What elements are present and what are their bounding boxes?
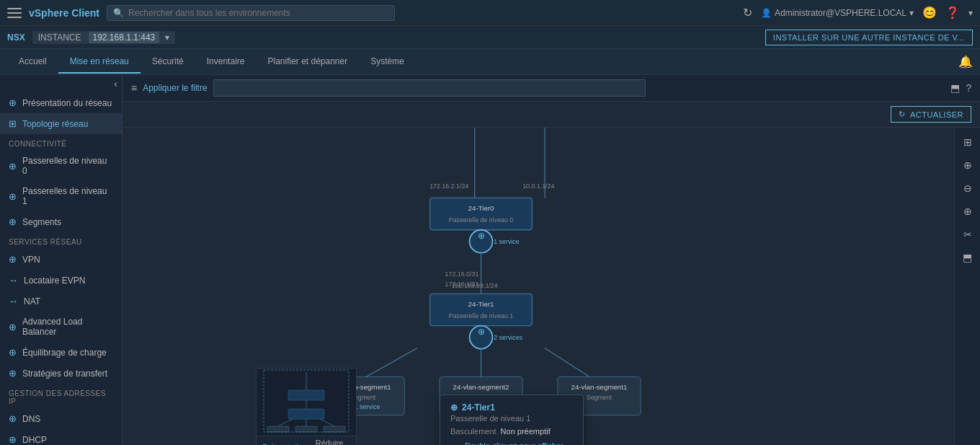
sidebar-label-dhcp: DHCP — [22, 435, 47, 445]
svg-line-7 — [545, 348, 589, 377]
sidebar-item-alb[interactable]: ⊕ Advanced Load Balancer — [0, 312, 122, 342]
sidebar-label-lb: Équilibrage de charge — [22, 348, 107, 358]
subnet-label-1: 172.16.0/31 — [445, 270, 479, 278]
main-layout: ‹ ⊕ Présentation du réseau ⊞ Topologie r… — [0, 75, 980, 445]
hamburger-menu[interactable] — [7, 8, 22, 18]
tier1-sublabel: Passerelle de niveau 1 — [449, 312, 514, 320]
tooltip-icon: ⊕ — [450, 402, 458, 413]
segment3-name: 24-vlan-segment1 — [571, 383, 627, 391]
instance-label: INSTANCE 192.168.1.1:443 ▾ — [32, 31, 175, 44]
tier0-icon: ⊕ — [9, 161, 17, 172]
tooltip-link[interactable]: ✋ Double-cliquez pour afficher les détai… — [450, 441, 573, 445]
section-gestion-ip: Gestion des adresses IP — [0, 384, 122, 408]
help-icon[interactable]: ❓ — [945, 6, 960, 19]
sidebar-item-reseau-presentation[interactable]: ⊕ Présentation du réseau — [0, 92, 122, 113]
refresh-button[interactable]: ↻ ACTUALISER — [891, 106, 971, 123]
rp-icon-fit[interactable]: ⊕ — [961, 203, 975, 220]
tooltip-sublabel: Passerelle de niveau 1 — [450, 414, 573, 423]
basc-key: Basculement — [450, 427, 496, 436]
sidebar-toggle[interactable]: ‹ — [0, 75, 122, 92]
vpn-icon: ⊕ — [9, 254, 17, 265]
dns-icon: ⊕ — [9, 413, 17, 424]
tier1-icon: ⊕ — [9, 191, 17, 202]
sidebar-item-vpn[interactable]: ⊕ VPN — [0, 249, 122, 270]
lb-icon: ⊕ — [9, 347, 17, 358]
tab-securite[interactable]: Sécurité — [141, 50, 195, 74]
svg-line-5 — [366, 348, 417, 377]
rp-icon-grid[interactable]: ⊞ — [961, 133, 975, 151]
mini-map-toolbar: Présentation Réduire ... — [257, 436, 356, 445]
sidebar-label-tier1: Passerelles de niveau 1 — [22, 186, 113, 206]
tab-mise-en-reseau[interactable]: Mise en réseau — [58, 50, 141, 74]
tier0-box — [430, 198, 533, 229]
rp-icon-expand[interactable]: ⬒ — [960, 249, 975, 266]
rp-icon-cut[interactable]: ✂ — [961, 226, 975, 243]
refresh-btn-icon: ↻ — [899, 110, 906, 119]
mini-map-reduire-btn[interactable]: Réduire ... — [316, 439, 350, 445]
help-chevron: ▾ — [968, 8, 973, 18]
svg-text:⊕: ⊕ — [478, 231, 485, 241]
tab-systeme[interactable]: Système — [359, 50, 416, 74]
tier1-name: 24-Tier1 — [468, 300, 494, 308]
sidebar-label-dns: DNS — [22, 414, 40, 424]
content-area: ≡ Appliquer le filtre ⬒ ? ↻ ACTUALISER — [122, 75, 980, 445]
collapse-icon[interactable]: ‹ — [114, 78, 117, 89]
alb-icon: ⊕ — [9, 322, 17, 332]
sidebar-label-alb: Advanced Load Balancer — [22, 317, 113, 337]
right-panel: ⊞ ⊕ ⊖ ⊕ ✂ ⬒ — [954, 128, 980, 445]
segment3-type: Segment — [587, 394, 612, 401]
user-icon: 👤 — [761, 8, 772, 18]
sidebar-label-segments: Segments — [22, 217, 61, 227]
user-label: Administrator@VSPHERE.LOCAL — [775, 8, 906, 18]
topology-canvas[interactable]: 172.16.2.1/24 10.0.1.1/24 24-Tier0 Passe… — [122, 128, 980, 445]
export-icon[interactable]: ⬒ — [950, 82, 960, 94]
sidebar-item-strategies[interactable]: ⊕ Stratégies de transfert — [0, 363, 122, 384]
filter-help-icon[interactable]: ? — [966, 82, 971, 94]
tab-accueil[interactable]: Accueil — [7, 50, 58, 74]
sidebar: ‹ ⊕ Présentation du réseau ⊞ Topologie r… — [0, 75, 122, 445]
tier1-box — [430, 294, 533, 325]
basc-val: Non préemptif — [501, 427, 551, 436]
filter-label: Appliquer le filtre — [143, 83, 207, 93]
sidebar-item-tier1[interactable]: ⊕ Passerelles de niveau 1 — [0, 181, 122, 211]
filter-bar-left: ≡ Appliquer le filtre — [131, 79, 646, 97]
search-input[interactable] — [128, 8, 388, 18]
refresh-icon[interactable]: ↻ — [743, 6, 752, 19]
user-circle-icon[interactable]: 😊 — [922, 6, 937, 19]
mini-map: Présentation Réduire ... — [256, 368, 357, 445]
svg-rect-21 — [324, 426, 345, 432]
install-btn[interactable]: INSTALLER SUR UNE AUTRE INSTANCE DE V... — [765, 30, 973, 45]
sidebar-label-tier0: Passerelles de niveau 0 — [22, 156, 113, 176]
sidebar-item-segments[interactable]: ⊕ Segments — [0, 211, 122, 232]
sidebar-item-dns[interactable]: ⊕ DNS — [0, 408, 122, 429]
tooltip-link-text: Double-cliquez pour afficher les détails… — [465, 441, 573, 445]
sidebar-item-evpn[interactable]: ↔ Locataire EVPN — [0, 270, 122, 291]
user-menu[interactable]: 👤 Administrator@VSPHERE.LOCAL ▾ — [761, 8, 914, 18]
sidebar-item-tier0[interactable]: ⊕ Passerelles de niveau 0 — [0, 151, 122, 181]
sidebar-item-dhcp[interactable]: ⊕ DHCP — [0, 429, 122, 445]
rp-icon-zoom-out[interactable]: ⊖ — [961, 180, 975, 197]
sidebar-item-load-balancer[interactable]: ⊕ Équilibrage de charge — [0, 342, 122, 363]
nsx-label: NSX — [7, 32, 25, 43]
tab-planifier[interactable]: Planifier et dépanner — [256, 50, 359, 74]
section-services-reseau: Services réseau — [0, 232, 122, 249]
global-search[interactable]: 🔍 — [107, 5, 395, 21]
sidebar-item-nat[interactable]: ↔ NAT — [0, 291, 122, 312]
topology-icon: ⊞ — [9, 118, 17, 129]
tier0-service-badge: 1 service — [494, 238, 519, 245]
rp-icon-zoom-in[interactable]: ⊕ — [961, 157, 975, 174]
tab-inventaire[interactable]: Inventaire — [195, 50, 257, 74]
top-bar: vSphere Client 🔍 ↻ 👤 Administrator@VSPHE… — [0, 0, 980, 26]
filter-input[interactable] — [213, 79, 646, 97]
sidebar-item-topologie[interactable]: ⊞ Topologie réseau — [0, 113, 122, 134]
nsx-bar: NSX INSTANCE 192.168.1.1:443 ▾ INSTALLER… — [0, 26, 980, 49]
filter-bar-right: ⬒ ? — [950, 82, 971, 94]
bell-icon[interactable]: 🔔 — [958, 55, 973, 69]
app-title: vSphere Client — [29, 7, 99, 19]
svg-text:⊕: ⊕ — [478, 327, 485, 337]
tier1-service-badge: 2 services — [494, 334, 522, 341]
filter-funnel-icon: ≡ — [131, 82, 137, 94]
tooltip-bascuement: Basculement Non préemptif — [450, 427, 573, 436]
sidebar-label-vpn: VPN — [22, 255, 40, 265]
evpn-icon: ↔ — [9, 275, 18, 286]
